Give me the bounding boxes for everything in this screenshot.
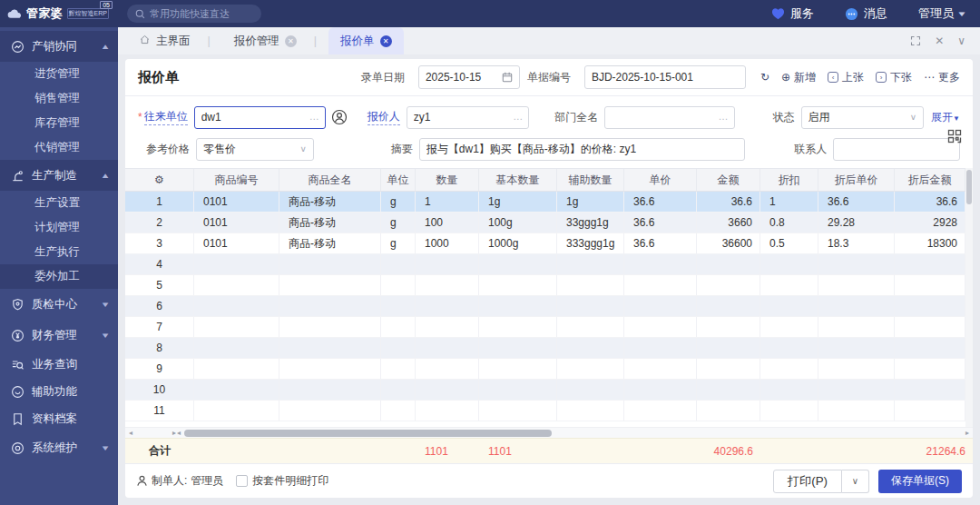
sidebar-item-consign[interactable]: 代销管理: [0, 135, 118, 160]
expand-toggle[interactable]: 展开▼: [931, 110, 960, 125]
cell: [895, 275, 965, 295]
quoter-label[interactable]: 报价人: [368, 109, 400, 125]
brand-logo: 管家婆 辉煌智造ERP 05: [0, 0, 118, 27]
status-select[interactable]: [801, 106, 925, 129]
contact-input[interactable]: [833, 138, 960, 161]
sidebar-item-biz-query[interactable]: 业务查询: [0, 351, 118, 378]
cell: [818, 317, 895, 337]
footer-actions: 打印(P) ∨ 保存单据(S): [773, 470, 962, 493]
cell: [818, 401, 895, 421]
cell: g: [381, 192, 416, 212]
cell: 0.8: [760, 213, 818, 233]
sidebar-item-outsourcing[interactable]: 委外加工: [0, 264, 118, 289]
tab-home[interactable]: 主界面|: [127, 27, 222, 54]
checkbox-icon[interactable]: [236, 475, 248, 487]
partner-label[interactable]: 往来单位: [144, 109, 188, 125]
sidebar-item-label: 计划管理: [34, 220, 118, 235]
tab-quote-mgmt[interactable]: 报价管理✕|: [222, 27, 328, 54]
pane-split-right-icon[interactable]: ▸: [172, 429, 176, 437]
sidebar-item-prod-setup[interactable]: 生产设置: [0, 191, 118, 215]
sidebar-item-production[interactable]: 生产制造▲: [0, 160, 118, 191]
sidebar-item-collab[interactable]: 产销协同▲: [0, 31, 118, 62]
sidebar-item-prod-exec[interactable]: 生产执行: [0, 240, 118, 264]
sidebar-item-label: 资料档案: [32, 411, 109, 427]
table-row[interactable]: 8: [125, 338, 965, 359]
save-button[interactable]: 保存单据(S): [878, 470, 962, 493]
qr-code-icon[interactable]: [947, 129, 962, 144]
refresh-button[interactable]: ↻: [760, 71, 769, 84]
table-row[interactable]: 7: [125, 317, 965, 338]
cell: [416, 275, 479, 295]
column-settings-gear-icon[interactable]: ⚙: [125, 169, 194, 191]
global-search[interactable]: [127, 5, 261, 23]
more-button[interactable]: ⋯更多: [924, 70, 960, 85]
scroll-left-icon[interactable]: ◂: [125, 429, 136, 437]
cell: [697, 338, 760, 358]
print-by-kit-option[interactable]: 按套件明细打印: [236, 473, 328, 489]
assist-icon: [11, 385, 24, 399]
summary-input[interactable]: [419, 138, 745, 161]
cell: [895, 296, 965, 316]
sidebar-item-purchase[interactable]: 进货管理: [0, 62, 118, 86]
tab-close-icon[interactable]: ✕: [380, 35, 392, 47]
doc-no-input[interactable]: BJD-2025-10-15-001: [584, 65, 746, 89]
sidebar-item-archives[interactable]: 资料档案: [0, 405, 118, 432]
sidebar-item-label: 库存管理: [34, 115, 118, 131]
table-row[interactable]: 9: [125, 359, 965, 380]
ref-price-select[interactable]: [196, 138, 314, 161]
sidebar: 管家婆 辉煌智造ERP 05 产销协同▲进货管理销售管理库存管理代销管理生产制造…: [0, 0, 118, 505]
new-button[interactable]: ⊕新增: [781, 70, 816, 85]
vertical-scrollbar-thumb[interactable]: [966, 170, 972, 204]
maximize-icon[interactable]: [910, 35, 921, 46]
service-link[interactable]: 服务: [771, 5, 814, 22]
cell: [760, 359, 818, 379]
cell: [697, 296, 760, 316]
sidebar-item-sales[interactable]: 销售管理: [0, 86, 118, 111]
print-button[interactable]: 打印(P): [773, 470, 842, 493]
table-row[interactable]: 30101商品-移动g10001000g333ggg1g36.6366000.5…: [125, 233, 965, 254]
tab-quote-form[interactable]: 报价单✕: [328, 27, 404, 54]
cell: 36.6: [624, 192, 697, 212]
table-row[interactable]: 10: [125, 380, 965, 401]
table-row[interactable]: 4: [125, 254, 965, 275]
cell: 18300: [895, 233, 965, 253]
horizontal-scrollbar-thumb[interactable]: [184, 430, 552, 437]
sidebar-item-inventory[interactable]: 库存管理: [0, 111, 118, 135]
quoter-input[interactable]: [407, 106, 530, 129]
tab-close-icon[interactable]: ✕: [285, 35, 297, 47]
sidebar-item-label: 生产执行: [34, 244, 118, 260]
table-row[interactable]: 20101商品-移动g100100g33ggg1g36.636600.829.2…: [125, 213, 965, 233]
table-row[interactable]: 10101商品-移动g11g1g36.636.6136.636.6: [125, 192, 965, 213]
chevron-down-icon: ∨: [852, 476, 858, 486]
contact-person-icon[interactable]: [331, 109, 348, 125]
cell: 8: [125, 338, 194, 358]
column-header: 折后单价: [818, 169, 895, 191]
cell: [416, 380, 479, 400]
sidebar-item-system[interactable]: 系统维护▼: [0, 432, 118, 463]
global-search-input[interactable]: [150, 8, 253, 19]
sidebar-item-finance[interactable]: 财务管理▼: [0, 320, 118, 351]
table-row[interactable]: 6: [125, 296, 965, 317]
topbar: 服务 消息 管理员 ▼: [118, 0, 980, 27]
heart-icon: [771, 7, 785, 21]
horizontal-scrollbar[interactable]: ◂ ▸◂ ▸: [125, 427, 973, 438]
maker-label: 制单人:: [152, 473, 187, 489]
prev-record-button[interactable]: ‹上张: [828, 70, 864, 85]
sidebar-item-qc-center[interactable]: 质检中心▼: [0, 289, 118, 320]
table-row[interactable]: 5: [125, 275, 965, 296]
vertical-scrollbar[interactable]: [965, 168, 973, 427]
close-icon[interactable]: ✕: [935, 35, 944, 47]
collapse-icon[interactable]: ∨: [957, 35, 965, 47]
partner-input[interactable]: [194, 106, 326, 129]
scroll-right-icon[interactable]: ▸: [962, 429, 973, 437]
messages-link[interactable]: 消息: [845, 5, 887, 22]
sidebar-item-assist[interactable]: 辅助功能: [0, 378, 118, 405]
print-dropdown-button[interactable]: ∨: [842, 470, 869, 493]
record-date-input[interactable]: 2025-10-15: [418, 65, 520, 89]
column-header: 单位: [381, 169, 416, 191]
user-menu[interactable]: 管理员 ▼: [918, 5, 965, 22]
dept-input[interactable]: [604, 106, 734, 129]
sidebar-item-plan-mgmt[interactable]: 计划管理: [0, 215, 118, 240]
table-row[interactable]: 11: [125, 401, 965, 421]
next-record-button[interactable]: ›下张: [876, 70, 912, 85]
